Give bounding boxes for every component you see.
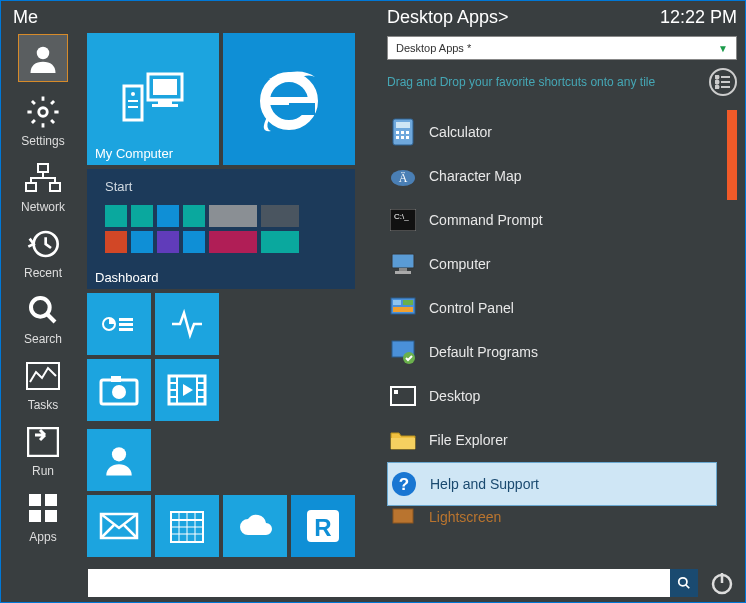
mail-icon (99, 512, 139, 540)
sidebar-item-network[interactable]: Network (8, 158, 78, 214)
svg-rect-29 (111, 376, 121, 382)
app-label: Command Prompt (429, 212, 543, 228)
tile-small-5[interactable] (87, 429, 151, 491)
app-item-computer[interactable]: Computer (387, 242, 717, 286)
mini-tile-grid (105, 205, 299, 253)
ie-icon (249, 59, 329, 139)
svg-rect-16 (152, 104, 178, 107)
contact-icon (102, 443, 136, 477)
tile-small-1[interactable] (87, 293, 151, 355)
svg-rect-63 (401, 131, 404, 134)
network-icon (21, 158, 65, 198)
app-item-help-support[interactable]: ? Help and Support (387, 462, 717, 506)
calendar-icon (169, 508, 205, 544)
calculator-icon (389, 118, 417, 146)
svg-rect-74 (395, 271, 411, 274)
app-item-control-panel[interactable]: Control Panel (387, 286, 717, 330)
search-input[interactable] (88, 569, 698, 597)
terminal-icon: C:\_ (389, 206, 417, 234)
svg-rect-3 (26, 183, 36, 191)
chart-icon (101, 310, 137, 338)
svg-text:C:\_: C:\_ (394, 212, 409, 221)
app-label: Control Panel (429, 300, 514, 316)
tile-empty (291, 293, 355, 355)
sidebar-label: Settings (21, 134, 64, 148)
svg-point-1 (39, 108, 48, 117)
tile-small-2[interactable] (155, 293, 219, 355)
scrollbar[interactable] (727, 110, 737, 602)
desktop-icon (389, 382, 417, 410)
svg-rect-19 (128, 100, 138, 102)
cloud-icon (236, 513, 274, 539)
svg-text:R: R (314, 514, 331, 541)
svg-rect-4 (50, 183, 60, 191)
gear-icon (21, 92, 65, 132)
help-icon: ? (390, 470, 418, 498)
svg-rect-73 (399, 268, 407, 271)
svg-rect-61 (396, 122, 410, 128)
camera-icon (99, 374, 139, 406)
search-icon (677, 576, 691, 590)
apps-icon (21, 488, 65, 528)
recent-icon (21, 224, 65, 264)
svg-rect-86 (393, 509, 413, 523)
svg-rect-77 (403, 300, 413, 305)
hint-text: Drag and Drop your favorite shortcuts on… (387, 75, 655, 89)
tile-empty (155, 429, 219, 491)
tile-internet-explorer[interactable] (223, 33, 355, 165)
sidebar-item-settings[interactable]: Settings (8, 92, 78, 148)
app-label: Lightscreen (429, 509, 501, 525)
svg-rect-15 (158, 100, 172, 104)
tile-label: My Computer (95, 146, 173, 161)
sidebar-label: Tasks (28, 398, 59, 412)
sidebar-item-apps[interactable]: Apps (8, 488, 78, 544)
folder-icon (389, 426, 417, 454)
sidebar-item-avatar[interactable] (8, 34, 78, 82)
tile-empty (223, 429, 287, 491)
scrollbar-thumb[interactable] (727, 110, 737, 200)
svg-rect-9 (29, 494, 41, 506)
app-item-lightscreen[interactable]: Lightscreen (387, 506, 717, 528)
tasks-icon (21, 356, 65, 396)
sidebar-item-run[interactable]: Run (8, 422, 78, 478)
app-icon (389, 506, 417, 528)
dropdown-value: Desktop Apps * (396, 42, 471, 54)
app-item-file-explorer[interactable]: File Explorer (387, 418, 717, 462)
tile-small-9[interactable]: R (291, 495, 355, 557)
sidebar-item-recent[interactable]: Recent (8, 224, 78, 280)
sidebar-label: Recent (24, 266, 62, 280)
app-item-default-programs[interactable]: Default Programs (387, 330, 717, 374)
default-programs-icon (389, 338, 417, 366)
svg-rect-67 (406, 136, 409, 139)
app-label: Help and Support (430, 476, 539, 492)
sidebar-label: Apps (29, 530, 56, 544)
tile-dashboard[interactable]: Start (87, 169, 355, 289)
tile-empty (291, 359, 355, 421)
tile-small-7[interactable] (155, 495, 219, 557)
tile-my-computer[interactable]: My Computer (87, 33, 219, 165)
sidebar-item-search[interactable]: Search (8, 290, 78, 346)
search-button[interactable] (670, 569, 698, 597)
app-item-character-map[interactable]: Ä Character Map (387, 154, 717, 198)
svg-rect-17 (124, 86, 142, 120)
app-item-command-prompt[interactable]: C:\_ Command Prompt (387, 198, 717, 242)
list-view-button[interactable] (709, 68, 737, 96)
category-dropdown[interactable]: Desktop Apps * ▼ (387, 36, 737, 60)
svg-rect-81 (391, 387, 415, 405)
tile-empty (223, 359, 287, 421)
computer-icon (389, 250, 417, 278)
app-item-calculator[interactable]: Calculator (387, 110, 717, 154)
tile-small-3[interactable] (87, 359, 151, 421)
svg-rect-11 (29, 510, 41, 522)
power-button[interactable] (708, 569, 736, 597)
app-item-desktop[interactable]: Desktop (387, 374, 717, 418)
tile-small-8[interactable] (223, 495, 287, 557)
svg-text:?: ? (399, 475, 409, 494)
sidebar-item-tasks[interactable]: Tasks (8, 356, 78, 412)
tile-small-4[interactable] (155, 359, 219, 421)
app-label: Calculator (429, 124, 492, 140)
svg-rect-64 (406, 131, 409, 134)
svg-point-41 (112, 447, 126, 461)
run-icon (21, 422, 65, 462)
tile-small-6[interactable] (87, 495, 151, 557)
